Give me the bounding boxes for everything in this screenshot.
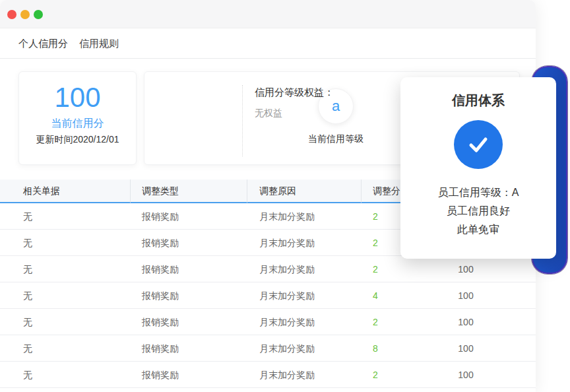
table-cell: 无	[0, 362, 131, 388]
table-cell: 报销奖励	[131, 256, 247, 282]
table-cell: 报销奖励	[131, 203, 247, 230]
dotted-divider	[242, 85, 243, 156]
table-row: 无报销奖励月末加分奖励2100	[0, 362, 536, 388]
header-cell: 调整类型	[131, 180, 247, 203]
table-cell: 2	[362, 256, 409, 282]
table-cell: 报销奖励	[131, 335, 247, 362]
titlebar	[0, 0, 536, 28]
score-label: 当前信用分	[19, 117, 136, 131]
table-cell: 报销奖励	[131, 362, 247, 388]
table-row: 无报销奖励月末加分奖励2100	[0, 256, 536, 282]
credit-score-card: 100 当前信用分 更新时间2020/12/01	[18, 71, 137, 165]
credit-system-popover: 信用体系 员工信用等级：A员工信用良好此单免审	[400, 77, 556, 259]
table-cell: 4	[362, 282, 409, 309]
table-cell: 100	[409, 362, 522, 388]
table-cell: 无	[0, 256, 131, 282]
tab-credit-rules[interactable]: 信用规则	[79, 28, 119, 58]
table-cell: 无	[0, 309, 131, 335]
table-cell: 月末加分奖励	[247, 203, 362, 230]
table-cell: 100	[409, 335, 522, 362]
table-cell: 100	[409, 256, 522, 282]
table-row: 无报销奖励月末加分奖励2100	[0, 309, 536, 335]
table-cell: 报销奖励	[131, 309, 247, 335]
popover-line: 员工信用良好	[400, 202, 556, 220]
table-cell: 8	[362, 335, 409, 362]
level-label: 当前信用等级	[288, 133, 383, 145]
check-circle-icon	[454, 120, 503, 169]
table-row: 无报销奖励月末加分奖励4100	[0, 282, 536, 309]
table-cell: 月末加分奖励	[247, 282, 362, 309]
table-cell: 月末加分奖励	[247, 256, 362, 282]
tabbar: 个人信用分 信用规则	[0, 28, 536, 59]
table-cell: 月末加分奖励	[247, 309, 362, 335]
table-cell: 无	[0, 282, 131, 309]
header-cell: 调整原因	[247, 180, 362, 203]
screenshot-stage: 个人信用分 信用规则 100 当前信用分 更新时间2020/12/01 a 当前…	[0, 0, 570, 392]
table-cell: 2	[362, 362, 409, 388]
table-cell: 报销奖励	[131, 230, 247, 256]
table-cell: 无	[0, 335, 131, 362]
popover-line: 此单免审	[400, 220, 556, 239]
minimize-button[interactable]	[20, 10, 30, 19]
benefits-title: 信用分等级权益：	[255, 86, 334, 99]
table-cell: 月末加分奖励	[247, 230, 362, 256]
table-cell: 100	[409, 282, 522, 309]
popover-line: 员工信用等级：A	[400, 183, 556, 202]
close-button[interactable]	[7, 10, 16, 19]
table-cell: 2	[362, 309, 409, 335]
score-value: 100	[19, 82, 136, 113]
popover-title: 信用体系	[400, 92, 556, 110]
benefits-value: 无权益	[255, 108, 282, 119]
popover-lines: 员工信用等级：A员工信用良好此单免审	[400, 183, 556, 239]
table-cell: 100	[409, 309, 522, 335]
table-cell: 无	[0, 230, 131, 256]
table-cell: 报销奖励	[131, 282, 247, 309]
table-row: 无报销奖励月末加分奖励8100	[0, 335, 536, 362]
table-cell: 月末加分奖励	[247, 335, 362, 362]
tab-personal-credit[interactable]: 个人信用分	[18, 28, 68, 58]
table-cell: 月末加分奖励	[247, 362, 362, 388]
score-updated: 更新时间2020/12/01	[19, 134, 136, 146]
header-cell: 相关单据	[0, 180, 131, 203]
table-cell: 无	[0, 203, 131, 230]
zoom-button[interactable]	[34, 10, 43, 19]
